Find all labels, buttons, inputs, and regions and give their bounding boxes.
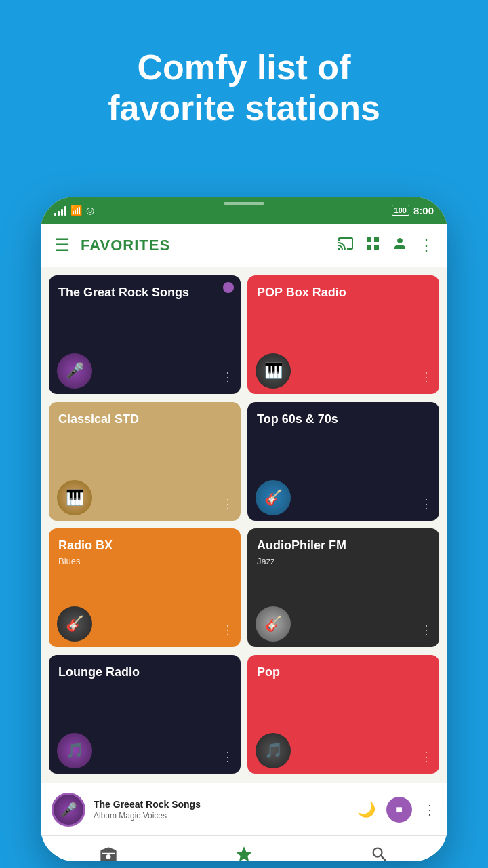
now-playing-controls: 🌙 ■ ⋮: [357, 797, 436, 823]
target-icon: ◎: [86, 205, 94, 216]
sleep-icon[interactable]: 🌙: [357, 801, 375, 818]
card-badge-rock: [223, 282, 234, 293]
station-grid: The Great Rock Songs ⋮ 🎤 POP Box Radio ⋮…: [41, 267, 447, 783]
card-menu-classical[interactable]: ⋮: [222, 496, 234, 511]
battery-level: 100: [392, 205, 409, 215]
hero-line1: Comfy list of: [27, 47, 461, 88]
now-playing-bar[interactable]: 🎤 The Greeat Rock Songs Album Magic Voic…: [41, 783, 447, 835]
now-playing-title: The Greeat Rock Songs: [94, 799, 349, 810]
nav-icon-favorites: [235, 845, 253, 861]
card-thumbnail-audiophiler: 🎸: [256, 606, 291, 642]
station-card-lounge[interactable]: Lounge Radio ⋮ 🎵: [49, 655, 241, 774]
now-playing-subtitle: Album Magic Voices: [94, 811, 349, 821]
card-menu-pop[interactable]: ⋮: [420, 370, 432, 384]
notch-indicator: [224, 202, 264, 205]
wifi-icon: 📶: [70, 205, 82, 216]
card-subtitle-radiobx: Blues: [49, 553, 241, 566]
card-menu-radiobx[interactable]: ⋮: [222, 623, 234, 637]
now-playing-thumb: 🎤: [52, 793, 85, 827]
station-card-pop[interactable]: POP Box Radio ⋮ 🎹: [247, 275, 439, 394]
nav-item-favorites[interactable]: Favorites: [176, 845, 312, 861]
nav-icon-search: [370, 845, 389, 861]
hamburger-icon[interactable]: ☰: [54, 235, 70, 256]
card-menu-top60[interactable]: ⋮: [420, 496, 432, 511]
card-thumbnail-radiobx: 🎸: [57, 606, 92, 642]
grid-icon[interactable]: [365, 235, 381, 256]
card-title-audiophiler: AudioPhiler FM: [247, 528, 439, 553]
station-card-top60[interactable]: Top 60s & 70s ⋮ 🎸: [247, 402, 439, 521]
card-subtitle-audiophiler: Jazz: [247, 553, 439, 566]
more-options-icon[interactable]: ⋮: [423, 802, 436, 818]
status-left: 📶 ◎: [54, 205, 94, 216]
card-thumbnail-top60: 🎸: [256, 480, 291, 515]
card-menu-audiophiler[interactable]: ⋮: [420, 623, 432, 637]
stop-button[interactable]: ■: [386, 797, 412, 823]
station-card-rock[interactable]: The Great Rock Songs ⋮ 🎤: [49, 275, 241, 394]
bottom-nav: Stations Favorites Search: [41, 835, 447, 861]
station-card-pop2[interactable]: Pop ⋮ 🎵: [247, 655, 439, 774]
card-menu-pop2[interactable]: ⋮: [420, 749, 432, 764]
card-thumbnail-lounge: 🎵: [57, 733, 92, 768]
account-icon[interactable]: [392, 235, 408, 256]
time-display: 8:00: [413, 205, 434, 216]
station-card-classical[interactable]: Classical STD ⋮ 🎹: [49, 402, 241, 521]
card-title-radiobx: Radio BX: [49, 528, 241, 553]
status-right: 100 8:00: [392, 205, 434, 216]
card-title-rock: The Great Rock Songs: [49, 275, 241, 300]
card-menu-rock[interactable]: ⋮: [222, 370, 234, 384]
card-title-top60: Top 60s & 70s: [247, 402, 439, 427]
hero-line2: favorite stations: [27, 88, 461, 129]
station-card-radiobx[interactable]: Radio BX Blues ⋮ 🎸: [49, 528, 241, 647]
card-title-classical: Classical STD: [49, 402, 241, 427]
more-vert-icon[interactable]: ⋮: [419, 237, 434, 254]
card-thumbnail-classical: 🎹: [57, 480, 92, 515]
status-bar: 📶 ◎ 100 8:00: [41, 197, 447, 224]
card-thumbnail-rock: 🎤: [57, 353, 92, 389]
card-thumbnail-pop2: 🎵: [256, 733, 291, 768]
card-title-pop: POP Box Radio: [247, 275, 439, 300]
card-title-lounge: Lounge Radio: [49, 655, 241, 680]
card-thumbnail-pop: 🎹: [256, 353, 291, 389]
app-title: FAVORITES: [81, 237, 327, 254]
cast-icon[interactable]: [338, 235, 354, 256]
now-playing-info: The Greeat Rock Songs Album Magic Voices: [94, 799, 349, 821]
station-card-audiophiler[interactable]: AudioPhiler FM Jazz ⋮ 🎸: [247, 528, 439, 647]
card-title-pop2: Pop: [247, 655, 439, 680]
card-menu-lounge[interactable]: ⋮: [222, 749, 234, 764]
signal-icon: [54, 205, 66, 216]
phone-frame: 📶 ◎ 100 8:00 ☰ FAVORITES ⋮ The Great Roc…: [41, 197, 447, 861]
app-bar: ☰ FAVORITES ⋮: [41, 224, 447, 267]
hero-section: Comfy list of favorite stations: [0, 47, 488, 129]
nav-icon-stations: [99, 845, 118, 861]
